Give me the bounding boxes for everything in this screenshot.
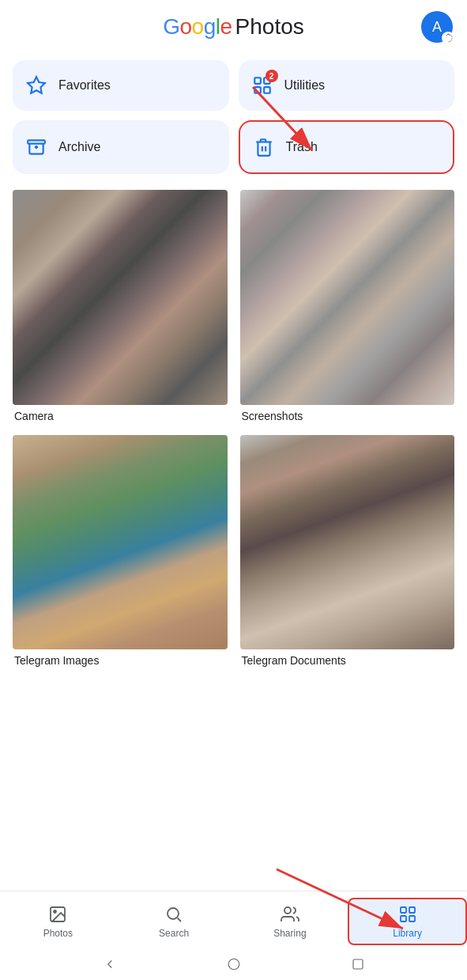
header: Google Photos A: [0, 0, 467, 47]
archive-label: Archive: [58, 140, 100, 154]
star-icon: [25, 74, 47, 96]
svg-rect-20: [409, 916, 415, 921]
album-telegram-images-label: Telegram Images: [13, 654, 228, 667]
svg-point-16: [284, 907, 291, 914]
search-nav-icon: [164, 904, 184, 925]
trash-label: Trash: [286, 140, 318, 154]
trash-icon: [253, 136, 275, 158]
library-nav-icon: [397, 904, 418, 925]
nav-photos[interactable]: Photos: [0, 899, 116, 944]
svg-marker-0: [28, 77, 45, 93]
nav-library[interactable]: Library: [348, 898, 467, 945]
photos-nav-icon: [47, 904, 68, 925]
nav-search[interactable]: Search: [116, 899, 232, 944]
albums-grid: Camera Screenshots Telegram Images Teleg…: [0, 180, 467, 673]
back-button[interactable]: [100, 955, 119, 974]
utilities-badge: 2: [266, 70, 278, 82]
utilities-label: Utilities: [284, 78, 326, 93]
bottom-nav: Photos Search Sharing: [0, 891, 467, 948]
album-telegram-docs-thumb: [240, 435, 455, 650]
album-screenshots-label: Screenshots: [240, 410, 455, 422]
utility-grid: Favorites 2 Utilities: [0, 47, 467, 180]
svg-rect-22: [353, 959, 363, 969]
archive-icon: [25, 136, 47, 158]
trash-button[interactable]: Trash: [239, 120, 455, 174]
svg-line-15: [178, 918, 181, 921]
album-screenshots-thumb: [240, 190, 455, 405]
album-telegram-docs-label: Telegram Documents: [240, 654, 455, 667]
utilities-icon: 2: [251, 74, 273, 96]
recents-button[interactable]: [348, 955, 367, 974]
utility-section: Favorites 2 Utilities: [0, 47, 467, 180]
nav-sharing-label: Sharing: [273, 928, 306, 939]
favorites-button[interactable]: Favorites: [13, 60, 229, 111]
svg-point-21: [228, 959, 239, 970]
avatar[interactable]: A: [421, 11, 453, 43]
album-telegram-images[interactable]: Telegram Images: [13, 435, 228, 668]
svg-point-14: [168, 908, 179, 919]
album-camera-label: Camera: [13, 410, 228, 422]
main-content: Google Photos A Favorites: [0, 0, 467, 776]
system-nav: [0, 948, 467, 980]
svg-rect-18: [409, 907, 415, 913]
svg-rect-5: [28, 140, 45, 143]
utilities-button[interactable]: 2 Utilities: [239, 60, 455, 111]
svg-rect-19: [401, 916, 406, 921]
sharing-nav-icon: [280, 904, 300, 925]
svg-rect-1: [254, 78, 261, 84]
app-title: Photos: [235, 14, 304, 40]
album-camera[interactable]: Camera: [13, 190, 228, 422]
nav-photos-label: Photos: [43, 928, 73, 939]
svg-rect-3: [254, 87, 261, 93]
album-screenshots[interactable]: Screenshots: [240, 190, 455, 422]
album-telegram-images-thumb: [13, 435, 228, 650]
nav-search-label: Search: [159, 928, 189, 939]
archive-button[interactable]: Archive: [13, 120, 229, 174]
nav-library-label: Library: [393, 928, 422, 939]
home-button[interactable]: [224, 955, 243, 974]
google-logo: Google: [163, 14, 232, 40]
nav-sharing[interactable]: Sharing: [232, 899, 348, 944]
svg-point-13: [54, 910, 56, 913]
album-telegram-docs[interactable]: Telegram Documents: [240, 435, 455, 668]
album-camera-thumb: [13, 190, 228, 405]
svg-rect-17: [401, 907, 406, 913]
favorites-label: Favorites: [58, 78, 111, 93]
avatar-sync-icon: [442, 32, 454, 44]
svg-rect-4: [264, 87, 270, 93]
